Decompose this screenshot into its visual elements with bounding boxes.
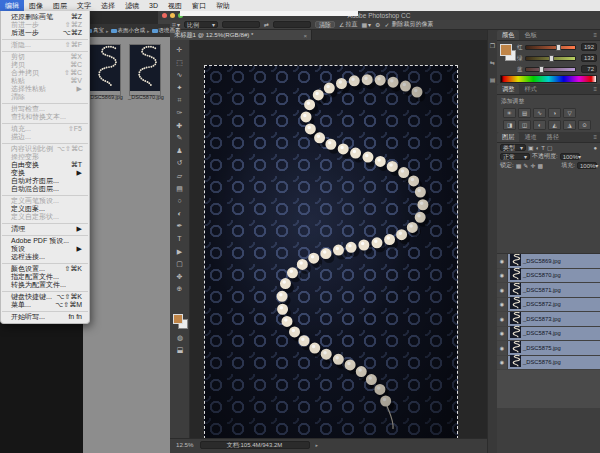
edit-menu-item[interactable]: 清理▶ xyxy=(1,225,89,233)
layer-visibility-eye-icon[interactable]: ◉ xyxy=(497,298,508,312)
crop-settings-gear-icon[interactable]: ⚙ xyxy=(375,21,380,28)
lock-all-icon[interactable]: ▩ xyxy=(537,162,543,169)
clear-button[interactable]: 清除 xyxy=(315,21,335,28)
history-panel-icon[interactable]: ⇆ xyxy=(490,59,495,66)
filter-type-icon[interactable]: T xyxy=(541,145,545,151)
crop-height-field[interactable] xyxy=(273,21,311,28)
ratio-dropdown[interactable]: 比例▾ xyxy=(184,21,218,28)
tab-layers[interactable]: 图层 xyxy=(497,132,519,142)
menubar-item[interactable]: 帮助 xyxy=(211,0,235,11)
tab-swatches[interactable]: 色板 xyxy=(519,30,541,40)
clone-stamp-tool[interactable]: ♟ xyxy=(173,145,187,158)
red-value-field[interactable]: 192 xyxy=(581,43,597,51)
edit-menu-item[interactable]: Adobe PDF 预设... xyxy=(1,237,89,245)
path-selection-tool[interactable]: ▶ xyxy=(173,246,187,259)
breadcrumb-folder[interactable]: 表面小合成 xyxy=(111,27,146,34)
layer-visibility-eye-icon[interactable]: ◉ xyxy=(497,269,508,283)
layer-visibility-eye-icon[interactable]: ◉ xyxy=(497,312,508,326)
red-slider[interactable] xyxy=(525,45,577,50)
breadcrumb-folder[interactable]: 语境画素 xyxy=(152,27,181,34)
curves-icon[interactable]: ∿ xyxy=(533,108,546,118)
crop-width-field[interactable] xyxy=(222,21,260,28)
color-balance-icon[interactable]: ◫ xyxy=(518,120,531,130)
edit-menu-item[interactable]: 菜单...⌥⇧⌘M xyxy=(1,301,89,309)
photo-filter-icon[interactable]: ◭ xyxy=(548,120,561,130)
exposure-icon[interactable]: ◑ xyxy=(548,108,561,118)
brush-tool[interactable]: ✎ xyxy=(173,132,187,145)
hand-tool[interactable]: ✥ xyxy=(173,271,187,284)
layer-visibility-eye-icon[interactable]: ◉ xyxy=(497,254,508,268)
filter-pixel-icon[interactable]: ▣ xyxy=(528,144,534,151)
zoom-tool[interactable]: ⊕ xyxy=(173,283,187,296)
edit-menu-item[interactable]: 自动混合图层... xyxy=(1,185,89,193)
menubar-item[interactable]: 窗口 xyxy=(187,0,211,11)
quick-mask-icon[interactable]: ◍ xyxy=(173,332,187,345)
edit-menu-item[interactable]: 变换▶ xyxy=(1,169,89,177)
edit-menu-item[interactable]: 转换为配置文件... xyxy=(1,281,89,289)
edit-menu-item[interactable]: 开始听写...fn fn xyxy=(1,313,89,321)
history-brush-tool[interactable]: ↺ xyxy=(173,157,187,170)
panel-menu-icon[interactable]: ≡ xyxy=(593,132,597,142)
document-tab[interactable]: 未标题1 @ 12.5%(RGB/8#) * × xyxy=(170,30,312,40)
edit-menu-item[interactable]: 自动对齐图层... xyxy=(1,177,89,185)
eyedropper-tool[interactable]: ✑ xyxy=(173,107,187,120)
lasso-tool[interactable]: ∿ xyxy=(173,69,187,82)
edit-menu-item[interactable]: 颜色设置...⇧⌘K xyxy=(1,265,89,273)
straighten-button[interactable]: ∠拉直 xyxy=(339,20,357,29)
screen-mode-icon[interactable]: ⬓ xyxy=(173,344,187,357)
file-thumbnail[interactable] xyxy=(130,45,160,95)
blend-mode-dropdown[interactable]: 正常▾ xyxy=(500,153,530,160)
opacity-field[interactable]: 100%▾ xyxy=(560,153,580,160)
magic-wand-tool[interactable]: ✦ xyxy=(173,82,187,95)
tab-channels[interactable]: 通道 xyxy=(519,132,541,142)
collapse-panels-icon[interactable]: ❐ xyxy=(490,42,495,49)
tab-color[interactable]: 颜色 xyxy=(497,30,519,40)
blue-value-field[interactable]: 72 xyxy=(581,65,597,73)
swap-dimensions-icon[interactable]: ⇄ xyxy=(264,21,269,28)
color-swatches[interactable] xyxy=(173,314,187,328)
healing-brush-tool[interactable]: ✚ xyxy=(173,120,187,133)
lock-move-icon[interactable]: ✛ xyxy=(530,162,535,169)
black-white-icon[interactable]: ◐ xyxy=(533,120,546,130)
edit-menu-item[interactable]: 预设▶ xyxy=(1,245,89,253)
panel-menu-icon[interactable]: ≡ xyxy=(593,30,597,40)
layer-row[interactable]: ◉_DSC5876.jpg xyxy=(497,356,600,371)
menubar-item[interactable]: 视图 xyxy=(163,0,187,11)
foreground-color-chip[interactable] xyxy=(500,44,512,56)
edit-menu-item[interactable]: 定义图案... xyxy=(1,205,89,213)
filter-kind-dropdown[interactable]: 类型▾ xyxy=(500,144,526,151)
menubar-item[interactable]: 图像 xyxy=(24,0,48,11)
layer-visibility-eye-icon[interactable]: ◉ xyxy=(497,327,508,341)
blur-tool[interactable]: ○ xyxy=(173,195,187,208)
filter-adjustment-icon[interactable]: ◐ xyxy=(536,145,540,151)
status-options-caret-icon[interactable]: ▸ xyxy=(316,442,319,448)
file-name[interactable]: _DSC5870.jpg xyxy=(125,94,167,100)
edit-menu-item[interactable]: 远程连接... xyxy=(1,253,89,261)
canvas-area[interactable] xyxy=(190,40,487,438)
menubar-item[interactable]: 文字 xyxy=(72,0,96,11)
lock-paint-icon[interactable]: ✎ xyxy=(523,162,528,169)
brightness-contrast-icon[interactable]: ☀ xyxy=(503,108,516,118)
green-value-field[interactable]: 133 xyxy=(581,54,597,62)
green-slider[interactable] xyxy=(525,56,577,61)
menubar-item[interactable]: 选择 xyxy=(96,0,120,11)
filter-toggle-icon[interactable]: ● xyxy=(593,145,597,151)
pen-tool[interactable]: ✒ xyxy=(173,220,187,233)
vibrance-icon[interactable]: ▽ xyxy=(563,108,576,118)
hue-saturation-icon[interactable]: ◨ xyxy=(503,120,516,130)
zoom-level[interactable]: 12.5% xyxy=(176,441,194,448)
move-tool[interactable]: ✛ xyxy=(173,44,187,57)
close-tab-icon[interactable]: × xyxy=(303,32,307,39)
layer-visibility-eye-icon[interactable]: ◉ xyxy=(497,341,508,355)
delete-cropped-pixels-checkbox[interactable]: ✓删除裁剪的像素 xyxy=(384,20,433,29)
photo-document[interactable] xyxy=(204,65,458,438)
layer-visibility-eye-icon[interactable]: ◉ xyxy=(497,283,508,297)
menubar-item[interactable]: 编辑 xyxy=(0,0,24,11)
edit-menu-item[interactable]: 指定配置文件... xyxy=(1,273,89,281)
fill-field[interactable]: 100%▾ xyxy=(577,162,597,169)
tab-styles[interactable]: 样式 xyxy=(519,84,541,94)
properties-panel-icon[interactable]: ▤ xyxy=(490,76,496,83)
file-thumbnail[interactable] xyxy=(90,45,120,95)
menubar-item[interactable]: 3D xyxy=(144,0,163,11)
edit-menu-item[interactable]: 还原删除画笔⌘Z xyxy=(1,13,89,21)
